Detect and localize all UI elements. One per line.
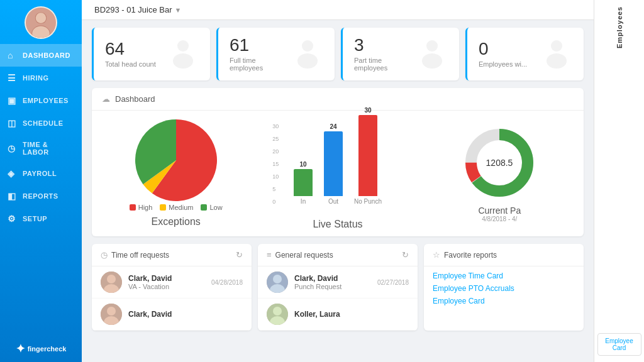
general-date-0: 02/27/2018 [377,279,409,286]
content-area: 64 Total head count 61 Full time employe… [82,20,594,362]
requester-name-0: Clark, David [128,274,205,283]
svg-point-17 [107,275,116,283]
people-icon [167,37,199,71]
logo-icon: ✦ [16,342,25,356]
current-pay-title: Current Pa [478,206,521,216]
time-off-item-0: Clark, David VA - Vacation 04/28/2018 [92,266,252,299]
stat-label-fulltime: Full time employees [230,57,284,72]
bars-container: 30 25 20 15 10 5 0 10 [272,123,402,205]
pie-legend: High Medium Low [130,204,223,211]
sidebar-item-label: TIME & LABOR [23,141,74,156]
time-off-header-left: ◷ Time off requests [101,250,169,260]
general-requests-header: ≡ General requests ↻ [258,244,418,266]
logo-text: fingercheck [28,345,67,353]
stat-number-parttime: 3 [354,36,409,54]
svg-point-3 [36,13,47,23]
people-other-icon [541,37,572,71]
stat-number-other: 0 [479,40,533,58]
fav-header-left: ☆ Favorite reports [433,250,497,260]
y-label-20: 20 [272,148,279,155]
time-off-item-1: Clark, David [92,299,252,331]
sidebar-item-label: SETUP [23,215,47,222]
sidebar-item-label: HIRING [23,74,49,82]
stat-info-total: 64 Total head count [105,40,160,68]
right-panel-title: Employees [616,6,623,48]
requester-sub-0: VA - Vacation [128,283,205,290]
bar-nopunch-rect [358,115,377,196]
svg-point-6 [173,53,193,69]
general-item-1: Koller, Laura [258,299,418,331]
bar-out-rect [324,131,343,196]
sidebar-item-reports[interactable]: ◧ REPORTS [0,185,82,207]
exceptions-title: Exceptions [152,216,201,228]
bar-in-label: In [301,198,306,205]
fav-report-0[interactable]: Employee Time Card [433,272,575,280]
bar-nopunch: 30 No Punch [354,107,382,205]
employee-card-button[interactable]: Employee Card [597,333,641,356]
fav-report-1[interactable]: Employee PTO Accruals [433,284,575,293]
stat-number-total: 64 [105,40,160,58]
stat-card-fulltime: 61 Full time employees [216,28,335,80]
hiring-icon: ☰ [8,73,18,83]
clark-avatar-gen [267,272,288,293]
low-dot [201,204,207,211]
reports-icon: ◧ [8,191,18,201]
employees-icon: ▣ [8,96,18,106]
general-item-0: Clark, David Punch Request 02/27/2018 [258,266,418,299]
svg-point-7 [302,40,313,52]
bar-out-value: 24 [330,123,336,130]
y-label-0: 0 [272,199,279,205]
legend-low: Low [201,204,222,211]
y-label-25: 25 [272,136,279,142]
sidebar-item-hiring[interactable]: ☰ HIRING [0,67,82,89]
bar-in-value: 10 [299,161,306,168]
chevron-down-icon[interactable]: ▼ [175,6,182,14]
favorite-reports-header: ☆ Favorite reports [424,244,584,266]
time-labor-icon: ◷ [8,143,18,153]
bar-nopunch-label: No Punch [354,198,382,205]
current-pay-subtitle: 4/8/2018 - 4/ [482,216,517,222]
sidebar-item-label: REPORTS [23,192,58,200]
legend-medium: Medium [160,204,193,211]
location-title: BD293 - 01 Juice Bar [94,5,172,14]
y-label-30: 30 [272,123,279,129]
stat-card-other: 0 Employees wi... [465,28,584,80]
refresh-icon[interactable]: ↻ [236,250,243,260]
svg-point-9 [426,40,438,52]
donut-value-text: 1208.5 [486,158,513,168]
general-info-0: Clark, David Punch Request [294,274,371,290]
sidebar-item-schedule[interactable]: ◫ SCHEDULE [0,112,82,134]
favorite-reports-title: Favorite reports [444,251,497,260]
sidebar-item-payroll[interactable]: ◈ PAYROLL [0,162,82,185]
sidebar-item-employees[interactable]: ▣ EMPLOYEES [0,89,82,112]
section-title: Dashboard [115,94,155,104]
general-refresh-icon[interactable]: ↻ [402,250,409,260]
svg-point-8 [297,53,318,69]
payroll-icon: ◈ [8,168,18,178]
fav-report-2[interactable]: Employee Card [433,297,575,305]
topbar: BD293 - 01 Juice Bar ▼ [82,0,594,20]
time-off-requests-card: ◷ Time off requests ↻ Clark, David VA - … [92,244,252,331]
medium-dot [160,204,166,211]
general-info-1: Koller, Laura [294,310,409,319]
stat-card-parttime: 3 Part time employees [341,28,459,80]
y-axis: 30 25 20 15 10 5 0 [272,123,279,205]
general-sub-0: Punch Request [294,283,371,290]
stat-label-parttime: Part time employees [354,57,409,72]
svg-point-20 [107,307,116,315]
avatar [25,6,57,39]
bar-out: 24 Out [324,123,343,205]
schedule-icon: ◫ [8,118,18,128]
sidebar-item-setup[interactable]: ⚙ SETUP [0,207,82,230]
svg-point-10 [422,53,442,69]
svg-point-5 [177,40,189,52]
sidebar-item-dashboard[interactable]: ⌂ DASHBOARD [0,44,82,67]
sidebar-item-time-labor[interactable]: ◷ TIME & LABOR [0,134,82,162]
high-dot [130,204,136,211]
stat-number-fulltime: 61 [230,36,284,54]
stat-card-total: 64 Total head count [92,28,210,80]
bottom-row: ◷ Time off requests ↻ Clark, David VA - … [92,244,584,331]
svg-point-26 [273,307,282,315]
request-date-0: 04/28/2018 [211,279,243,286]
bar-out-label: Out [328,198,338,205]
